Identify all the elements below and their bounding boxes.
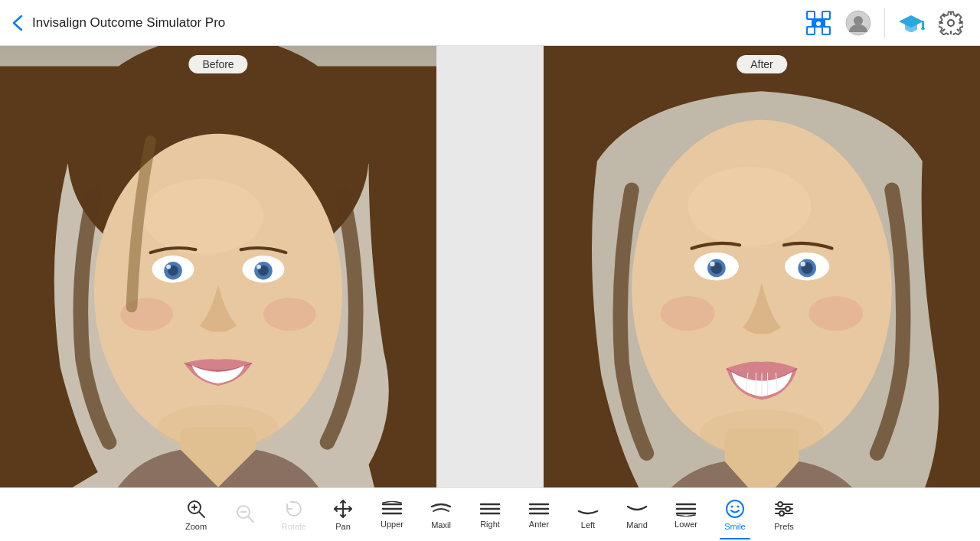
tool-smile[interactable]: Smile	[710, 490, 760, 539]
svg-rect-0	[807, 11, 815, 19]
camera-button[interactable]	[802, 6, 835, 40]
pan-icon	[333, 499, 353, 519]
svg-point-14	[143, 179, 263, 254]
tool-lower[interactable]: Lower	[662, 490, 710, 539]
svg-point-33	[710, 262, 714, 266]
svg-point-44	[808, 296, 863, 331]
anter-label: Anter	[529, 520, 549, 529]
tool-zoom-minus[interactable]	[220, 490, 270, 539]
maxil-icon	[430, 500, 452, 517]
svg-point-22	[256, 265, 261, 269]
svg-point-74	[778, 502, 782, 507]
svg-point-69	[731, 505, 733, 507]
upper-label: Upper	[381, 520, 403, 529]
upper-icon	[381, 501, 403, 517]
prefs-label: Prefs	[774, 522, 794, 531]
svg-point-4	[816, 21, 821, 26]
svg-point-37	[801, 262, 805, 266]
maxil-label: Maxil	[431, 520, 451, 530]
svg-line-48	[199, 512, 204, 517]
settings-button[interactable]	[934, 6, 968, 40]
svg-rect-8	[922, 21, 924, 28]
svg-point-18	[166, 265, 171, 269]
tool-upper[interactable]: Upper	[368, 490, 416, 539]
svg-point-43	[661, 296, 715, 331]
rotate-label: Rotate	[282, 522, 306, 531]
zoom-plus-icon	[186, 499, 206, 519]
smile-label: Smile	[724, 522, 746, 531]
svg-rect-3	[822, 27, 830, 34]
profile-button[interactable]	[841, 6, 875, 40]
svg-point-9	[921, 28, 925, 30]
images-area: Before	[0, 46, 980, 487]
back-button[interactable]	[12, 15, 23, 31]
zoom-minus-icon	[235, 504, 255, 523]
svg-line-52	[248, 517, 253, 522]
before-label: Before	[188, 55, 247, 73]
header-divider	[884, 8, 885, 38]
after-label: After	[737, 55, 787, 73]
svg-point-76	[779, 511, 784, 516]
right-icon	[479, 501, 501, 517]
anter-icon	[528, 501, 550, 517]
app-header: Invisalign Outcome Simulator Pro	[0, 0, 980, 46]
svg-rect-2	[807, 27, 815, 34]
smile-icon	[725, 499, 745, 519]
tool-anter[interactable]: Anter	[514, 490, 564, 539]
tool-right[interactable]: Right	[466, 490, 514, 539]
svg-point-24	[263, 298, 316, 331]
main-content: Before	[0, 46, 980, 487]
header-icons	[802, 6, 968, 40]
rotate-icon	[284, 499, 304, 519]
tool-pan[interactable]: Pan	[318, 490, 368, 539]
pan-label: Pan	[335, 522, 351, 531]
prefs-icon	[774, 499, 794, 519]
app-title: Invisalign Outcome Simulator Pro	[32, 15, 792, 31]
mand-label: Mand	[626, 520, 648, 530]
svg-point-75	[786, 507, 790, 511]
tool-zoom-plus[interactable]: Zoom	[172, 490, 220, 539]
center-gap	[436, 46, 544, 487]
tool-rotate[interactable]: Rotate	[270, 490, 318, 539]
left-label: Left	[581, 520, 595, 530]
svg-point-10	[948, 20, 954, 26]
svg-point-6	[854, 16, 863, 25]
svg-point-29	[688, 167, 811, 246]
tool-mand[interactable]: Mand	[612, 490, 662, 539]
svg-point-70	[737, 505, 740, 507]
zoom-plus-label: Zoom	[185, 522, 207, 531]
svg-point-68	[727, 500, 743, 517]
svg-rect-1	[822, 11, 830, 19]
left-icon	[577, 500, 599, 517]
after-panel: After	[544, 46, 980, 487]
tool-left[interactable]: Left	[564, 490, 612, 539]
mand-icon	[626, 500, 648, 517]
lower-label: Lower	[675, 520, 697, 529]
before-panel: Before	[0, 46, 436, 487]
tool-prefs[interactable]: Prefs	[760, 490, 808, 539]
tool-maxil[interactable]: Maxil	[416, 490, 466, 539]
education-button[interactable]	[894, 6, 928, 40]
right-label: Right	[480, 520, 500, 529]
lower-icon	[675, 501, 697, 517]
toolbar: Zoom Rotate	[0, 487, 980, 541]
